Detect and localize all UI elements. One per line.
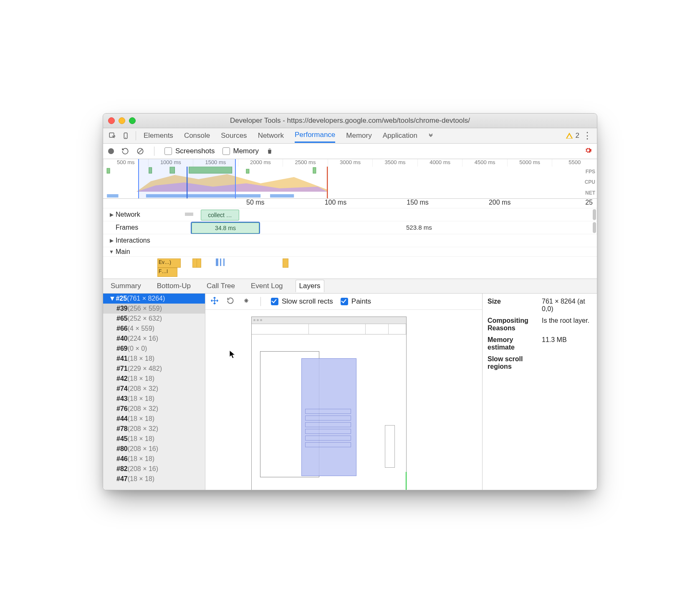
flame-row-main[interactable]: ▼Main: [103, 247, 597, 256]
svg-line-4: [138, 149, 143, 153]
flame-row-frames[interactable]: Frames 34.8 ms 523.8 ms: [103, 221, 597, 234]
overview-ruler[interactable]: 500 ms1000 ms1500 ms2000 ms2500 ms3000 m…: [103, 159, 597, 199]
tab-sources[interactable]: Sources: [221, 129, 247, 142]
devtools-window: Developer Tools - https://developers.goo…: [103, 113, 597, 490]
detail-key-slow: Slow scroll regions: [488, 355, 538, 370]
close-window-button[interactable]: [108, 117, 115, 124]
clear-button[interactable]: [136, 147, 144, 155]
layer-box: [385, 425, 395, 468]
tab-elements[interactable]: Elements: [144, 129, 173, 142]
layer-node[interactable]: #71(229 × 482): [103, 364, 205, 374]
layer-node[interactable]: #43(18 × 18): [103, 394, 205, 404]
separator: [154, 147, 154, 156]
record-button[interactable]: [108, 148, 114, 154]
layer-node[interactable]: #80(208 × 16): [103, 444, 205, 454]
main-event[interactable]: F…l: [157, 268, 177, 277]
detail-value-slow: [542, 355, 592, 370]
slow-scroll-rects-checkbox[interactable]: Slow scroll rects: [271, 297, 333, 306]
layer-node[interactable]: #45(18 × 18): [103, 434, 205, 444]
layer-node[interactable]: #78(208 × 32): [103, 424, 205, 434]
layer-node[interactable]: #47(18 × 18): [103, 474, 205, 484]
layer-node[interactable]: #65(252 × 632): [103, 314, 205, 324]
zoom-window-button[interactable]: [129, 117, 136, 124]
screenshots-checkbox[interactable]: Screenshots: [164, 147, 215, 155]
selected-layer-highlight: [301, 358, 356, 476]
main-event[interactable]: Ev…): [157, 258, 181, 268]
window-controls: [103, 117, 136, 124]
svg-rect-5: [107, 168, 110, 173]
separator: [260, 297, 261, 306]
layer-node[interactable]: #46(18 × 18): [103, 454, 205, 464]
tab-memory[interactable]: Memory: [346, 129, 371, 142]
flame-main-tracks[interactable]: Ev…) F…l: [103, 256, 597, 279]
flame-row-network[interactable]: ▶Network collect …: [103, 208, 597, 221]
tab-network[interactable]: Network: [258, 129, 284, 142]
device-toggle-icon[interactable]: [120, 130, 131, 142]
layer-node[interactable]: #74(208 × 32): [103, 384, 205, 394]
tab-performance[interactable]: Performance: [295, 128, 335, 143]
layer-node[interactable]: #42(18 × 18): [103, 374, 205, 384]
layer-canvas-toolbar: Slow scroll rects Paints: [205, 294, 482, 310]
overview-row-labels: FPSCPUNET: [580, 167, 595, 198]
scrollbar[interactable]: [593, 222, 596, 233]
detail-value-memory: 11.3 MB: [542, 336, 592, 351]
pan-mode-icon[interactable]: [210, 296, 219, 307]
details-tab-summary[interactable]: Summary: [107, 280, 144, 292]
capture-settings-icon[interactable]: [584, 147, 592, 155]
layer-canvas[interactable]: [205, 310, 482, 490]
flame-chart[interactable]: 50 ms100 ms150 ms200 ms25 ▶Network colle…: [103, 199, 597, 279]
performance-toolbar: Screenshots Memory: [103, 144, 597, 159]
memory-checkbox[interactable]: Memory: [222, 147, 259, 155]
panel-tabs: ElementsConsoleSourcesNetworkPerformance…: [144, 128, 417, 143]
network-request-item[interactable]: collect …: [201, 210, 239, 220]
layer-node[interactable]: #76(208 × 32): [103, 404, 205, 414]
frame-selected[interactable]: 34.8 ms: [192, 223, 259, 233]
inspect-element-icon[interactable]: [106, 130, 118, 142]
detail-key-compositing: Compositing Reasons: [488, 317, 538, 332]
details-tab-call-tree[interactable]: Call Tree: [203, 280, 238, 292]
memory-label: Memory: [233, 147, 259, 155]
devtools-tabstrip: ElementsConsoleSourcesNetworkPerformance…: [103, 128, 597, 144]
screenshots-label: Screenshots: [175, 147, 215, 155]
layer-node[interactable]: #39(256 × 559): [103, 304, 205, 314]
reset-view-icon[interactable]: [242, 296, 250, 307]
rotate-mode-icon[interactable]: [226, 296, 235, 307]
paints-checkbox[interactable]: Paints: [341, 297, 371, 306]
more-tabs-icon[interactable]: [425, 130, 437, 142]
layer-node[interactable]: #44(18 × 18): [103, 414, 205, 424]
flame-row-interactions[interactable]: ▶Interactions: [103, 234, 597, 247]
details-tab-layers[interactable]: Layers: [296, 280, 324, 292]
details-tabstrip: SummaryBottom-UpCall TreeEvent LogLayers: [103, 279, 597, 294]
tab-console[interactable]: Console: [184, 129, 210, 142]
reload-button[interactable]: [121, 147, 129, 155]
frame-next: 523.8 ms: [406, 224, 432, 231]
scrollbar[interactable]: [593, 209, 596, 220]
detail-key-memory: Memory estimate: [488, 336, 538, 351]
devtools-menu-icon[interactable]: ⋮: [581, 130, 594, 141]
layer-node[interactable]: #41(18 × 18): [103, 354, 205, 364]
detail-value-compositing: Is the root layer.: [542, 317, 592, 332]
layer-node[interactable]: #66(4 × 559): [103, 324, 205, 334]
layer-edge: [406, 472, 407, 490]
warnings-badge[interactable]: 2: [566, 132, 579, 140]
warnings-count: 2: [576, 132, 579, 140]
overview-selection[interactable]: [138, 159, 236, 198]
detail-key-size: Size: [488, 298, 538, 313]
layer-node[interactable]: #40(224 × 16): [103, 334, 205, 344]
layer-node[interactable]: #82(208 × 16): [103, 464, 205, 474]
layer-node[interactable]: ▼ #25(761 × 8264): [103, 294, 205, 304]
collect-garbage-icon[interactable]: [266, 147, 273, 155]
layer-tree[interactable]: ▼ #25(761 × 8264)#39(256 × 559)#65(252 ×…: [103, 294, 205, 490]
details-tab-event-log[interactable]: Event Log: [248, 280, 286, 292]
tab-application[interactable]: Application: [383, 129, 417, 142]
details-tab-bottom-up[interactable]: Bottom-Up: [154, 280, 194, 292]
layer-details: Size761 × 8264 (at 0,0) Compositing Reas…: [483, 294, 597, 490]
svg-rect-13: [270, 194, 294, 198]
titlebar: Developer Tools - https://developers.goo…: [103, 114, 597, 128]
minimize-window-button[interactable]: [119, 117, 125, 124]
layer-node[interactable]: #69(0 × 0): [103, 344, 205, 354]
detail-value-size: 761 × 8264 (at 0,0): [542, 298, 592, 313]
svg-rect-9: [246, 169, 249, 173]
layer-view: Slow scroll rects Paints: [205, 294, 597, 490]
layers-panel: ▼ #25(761 × 8264)#39(256 × 559)#65(252 ×…: [103, 294, 597, 490]
